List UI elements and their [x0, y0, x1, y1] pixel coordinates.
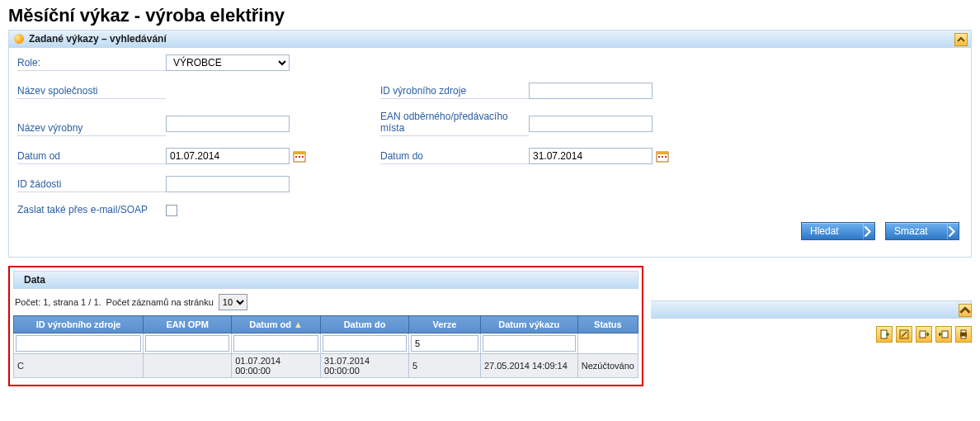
- col-status[interactable]: Status: [577, 316, 638, 333]
- collapse-data-icon[interactable]: [959, 304, 972, 317]
- data-section-highlight: Data Počet: 1, strana 1 / 1. Počet zázna…: [8, 266, 643, 386]
- col-ean-opm[interactable]: EAN OPM: [144, 316, 232, 333]
- source-id-input[interactable]: [529, 83, 653, 99]
- filter-ean-opm[interactable]: [145, 335, 229, 352]
- search-button[interactable]: Hledat: [801, 222, 875, 240]
- date-to-input[interactable]: [529, 148, 653, 164]
- col-version[interactable]: Verze: [409, 316, 481, 333]
- plant-input[interactable]: [166, 116, 290, 132]
- request-id-input[interactable]: [166, 176, 290, 192]
- data-panel-title: Data: [24, 274, 45, 286]
- cell-ean-opm: [144, 354, 232, 378]
- svg-rect-8: [662, 156, 663, 158]
- page-size-select[interactable]: 10: [219, 294, 247, 310]
- collapse-search-icon[interactable]: [954, 33, 968, 46]
- pager: Počet: 1, strana 1 / 1. Počet záznamů na…: [13, 289, 638, 315]
- label-date-from: Datum od: [17, 150, 166, 164]
- table-header-row: ID výrobního zdroje EAN OPM Datum od▲ Da…: [14, 316, 638, 333]
- label-company: Název společnosti: [17, 85, 166, 99]
- svg-rect-13: [942, 331, 948, 338]
- col-report-date[interactable]: Datum výkazu: [480, 316, 577, 333]
- clear-button[interactable]: Smazat: [885, 222, 959, 240]
- col-date-from-label: Datum od: [249, 319, 291, 329]
- export-icon[interactable]: [916, 326, 932, 343]
- label-ean-point: EAN odběrného/předávacího místa: [380, 111, 529, 136]
- search-panel-body: Role: VÝROBCE Název společnosti ID výrob…: [9, 48, 971, 257]
- label-date-to: Datum do: [380, 150, 529, 164]
- page-title: Měsíční výkaz - výroba elektřiny: [8, 5, 972, 26]
- cell-status: Nezúčtováno: [577, 354, 638, 378]
- table-row[interactable]: C 01.07.2014 00:00:00 31.07.2014 00:00:0…: [14, 354, 638, 378]
- caret-right-icon: [947, 223, 955, 239]
- svg-rect-9: [665, 156, 667, 158]
- search-panel-header: Zadané výkazy – vyhledávání: [9, 31, 971, 48]
- col-source-id[interactable]: ID výrobního zdroje: [14, 316, 144, 333]
- filter-row: [14, 333, 638, 354]
- clear-button-label: Smazat: [894, 225, 928, 237]
- svg-rect-4: [302, 156, 304, 158]
- svg-rect-1: [294, 152, 305, 154]
- filter-date-from[interactable]: [233, 335, 318, 352]
- cell-date-from: 01.07.2014 00:00:00: [232, 354, 321, 378]
- calendar-icon[interactable]: [293, 149, 306, 163]
- col-date-from[interactable]: Datum od▲: [232, 316, 321, 333]
- company-input[interactable]: [166, 83, 290, 99]
- svg-rect-3: [299, 156, 300, 158]
- email-soap-checkbox[interactable]: [166, 205, 177, 216]
- cell-date-to: 31.07.2014 00:00:00: [321, 354, 409, 378]
- calendar-icon[interactable]: [656, 149, 669, 163]
- ean-point-input[interactable]: [529, 116, 653, 132]
- label-email-soap: Zaslat také přes e-mail/SOAP: [17, 204, 166, 217]
- search-button-label: Hledat: [810, 225, 839, 237]
- svg-rect-16: [961, 336, 966, 338]
- filter-version[interactable]: [411, 335, 478, 352]
- label-role: Role:: [17, 57, 166, 71]
- edit-icon[interactable]: [896, 326, 912, 343]
- cell-version: 5: [409, 354, 481, 378]
- filter-report-date[interactable]: [483, 335, 576, 352]
- label-plant: Název výrobny: [17, 122, 166, 136]
- new-icon[interactable]: [876, 326, 893, 343]
- results-table: ID výrobního zdroje EAN OPM Datum od▲ Da…: [13, 315, 638, 378]
- svg-rect-7: [658, 156, 660, 158]
- col-date-to[interactable]: Datum do: [321, 316, 409, 333]
- svg-rect-2: [295, 156, 297, 158]
- filter-date-to[interactable]: [323, 335, 407, 352]
- import-icon[interactable]: [935, 326, 952, 343]
- svg-rect-15: [961, 330, 966, 333]
- page-size-label: Počet záznamů na stránku: [106, 297, 214, 307]
- print-icon[interactable]: [955, 326, 972, 343]
- label-source-id: ID výrobního zdroje: [380, 85, 529, 99]
- svg-rect-12: [920, 331, 926, 338]
- data-header-strip: [651, 300, 972, 319]
- role-select[interactable]: VÝROBCE: [166, 54, 290, 71]
- label-request-id: ID žádosti: [17, 178, 166, 192]
- caret-right-icon: [863, 223, 871, 239]
- data-toolbar: [876, 326, 972, 343]
- sort-asc-icon: ▲: [294, 319, 303, 329]
- search-panel: Zadané výkazy – vyhledávání Role: VÝROBC…: [8, 30, 972, 258]
- date-from-input[interactable]: [166, 148, 290, 164]
- cell-source-id: C: [14, 354, 144, 378]
- search-panel-title: Zadané výkazy – vyhledávání: [29, 33, 167, 45]
- svg-rect-10: [881, 330, 887, 338]
- svg-rect-6: [657, 152, 668, 154]
- bullet-icon: [14, 34, 24, 44]
- pager-summary: Počet: 1, strana 1 / 1.: [15, 297, 101, 307]
- data-panel-header: Data: [13, 271, 638, 289]
- filter-source-id[interactable]: [16, 335, 141, 352]
- cell-report-date: 27.05.2014 14:09:14: [480, 354, 577, 378]
